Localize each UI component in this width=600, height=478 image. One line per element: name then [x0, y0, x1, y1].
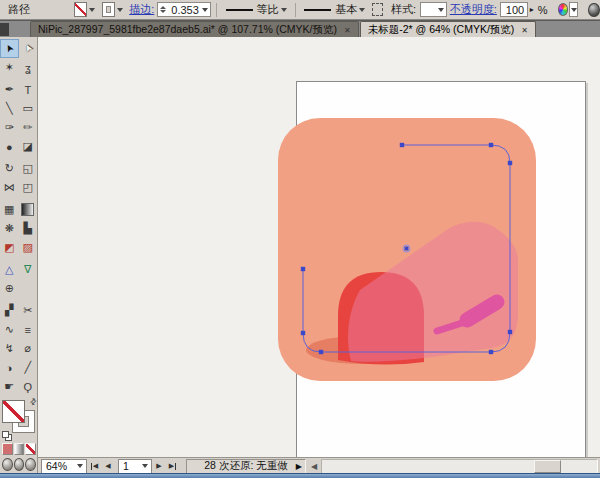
- blend-tool[interactable]: ◑: [0, 358, 19, 377]
- fill-swatch-dropdown-icon[interactable]: [89, 8, 95, 12]
- artboard-tool[interactable]: ⊕: [0, 279, 19, 298]
- next-artboard-button[interactable]: ▶: [152, 460, 166, 473]
- eraser-tool[interactable]: ◪: [19, 137, 38, 156]
- paintbrush-tool[interactable]: ✑: [0, 118, 19, 137]
- pen-tool[interactable]: ✒: [0, 80, 19, 99]
- none-button[interactable]: [25, 443, 36, 455]
- rotate-tool-icon: ↻: [5, 162, 14, 175]
- stroke-swatch-icon[interactable]: [102, 2, 115, 17]
- last-artboard-button[interactable]: ▶: [166, 460, 180, 473]
- scroll-left-icon[interactable]: ◀: [311, 462, 317, 471]
- tab-close-icon[interactable]: ✕: [344, 26, 351, 35]
- live-paint-bucket-tool[interactable]: ◩: [0, 238, 19, 257]
- empty-tool-cell: [19, 279, 38, 298]
- stroke-weight-stepper[interactable]: [160, 6, 166, 13]
- zoom-level-select[interactable]: 64%: [41, 459, 87, 474]
- first-artboard-button[interactable]: ◀: [87, 460, 101, 473]
- opacity-expand-icon[interactable]: ▸: [530, 5, 534, 14]
- measure-tool-icon: ⌀: [24, 342, 31, 355]
- document-tab-1[interactable]: NiPic_287997_5981fbe2e87daeb5.ai* @ 107.…: [30, 21, 359, 38]
- anchor-point[interactable]: [508, 161, 512, 165]
- document-tab-2[interactable]: 未标题-2* @ 64% (CMYK/预览) ✕: [360, 21, 536, 38]
- column-graph-tool-icon: ▙: [24, 222, 32, 235]
- perspective-selection-tool[interactable]: ∇: [19, 260, 38, 279]
- stroke-weight-value: 0.353: [168, 4, 202, 16]
- horizontal-scrollbar-thumb[interactable]: [534, 460, 561, 473]
- hand-tool-icon: ☛: [4, 380, 14, 393]
- direct-selection-tool[interactable]: ➤: [19, 39, 38, 58]
- measure-tool[interactable]: ⌀: [19, 339, 38, 358]
- previous-artboard-button[interactable]: ◀: [101, 460, 115, 473]
- opacity-link[interactable]: 不透明度:: [450, 2, 497, 17]
- eyedropper-tool[interactable]: ↯: [0, 339, 19, 358]
- mesh-tool[interactable]: ▦: [0, 200, 19, 219]
- fill-indicator-none[interactable]: [2, 400, 25, 423]
- free-transform-tool[interactable]: ◰: [19, 178, 38, 197]
- tab-bar-notch: [0, 23, 9, 36]
- slice-tool[interactable]: ▞: [0, 301, 19, 320]
- brush-dropdown-icon[interactable]: [359, 8, 365, 12]
- symbol-sprayer-tool[interactable]: ❋: [0, 219, 19, 238]
- wave-tool[interactable]: ∿: [0, 320, 19, 339]
- lasso-tool[interactable]: ʓ: [19, 58, 38, 77]
- width-tool-icon: ⋈: [4, 181, 15, 194]
- zoom-tool[interactable]: Ϙ: [19, 377, 38, 396]
- anchor-point[interactable]: [489, 350, 493, 354]
- opacity-input[interactable]: 100: [500, 2, 528, 17]
- type-tool[interactable]: T: [19, 80, 38, 99]
- tab-close-icon[interactable]: ✕: [521, 26, 528, 35]
- default-fill-stroke-icon[interactable]: [2, 431, 9, 438]
- zoom-dropdown-icon[interactable]: [77, 464, 83, 468]
- anchor-point[interactable]: [400, 143, 404, 147]
- hand-tool[interactable]: ☛: [0, 377, 19, 396]
- selection-tool[interactable]: ➤: [0, 39, 19, 58]
- anchor-point[interactable]: [301, 331, 305, 335]
- color-button[interactable]: [2, 443, 13, 455]
- scale-tool[interactable]: ◱: [19, 159, 38, 178]
- gradient-button[interactable]: [14, 443, 25, 455]
- anchor-point[interactable]: [301, 267, 305, 271]
- perspective-selection-tool-icon: ∇: [24, 263, 31, 276]
- recolor-artwork-icon[interactable]: [558, 3, 569, 16]
- paintbrush-tool-icon: ✑: [5, 121, 14, 134]
- draw-behind-button[interactable]: [14, 458, 25, 471]
- shear-tool[interactable]: ╱: [19, 358, 38, 377]
- rotate-tool[interactable]: ↻: [0, 159, 19, 178]
- anchor-point[interactable]: [508, 330, 512, 334]
- fill-swatch-none-icon[interactable]: [74, 2, 87, 17]
- pencil-tool[interactable]: ✏: [19, 118, 38, 137]
- knife-tool[interactable]: ✂: [19, 301, 38, 320]
- recolor-dropdown[interactable]: [569, 2, 578, 17]
- stroke-panel-link[interactable]: 描边:: [129, 2, 154, 17]
- line-segment-tool-icon: ╲: [6, 102, 13, 115]
- artboard-dropdown-icon[interactable]: [142, 464, 148, 468]
- style-select[interactable]: [420, 2, 447, 17]
- line-segment-tool[interactable]: ╲: [0, 99, 19, 118]
- status-expand-icon[interactable]: ▶: [296, 462, 302, 471]
- draw-normal-button[interactable]: [2, 458, 13, 471]
- anchor-point[interactable]: [489, 143, 493, 147]
- rectangle-tool[interactable]: ▭: [19, 99, 38, 118]
- stroke-weight-input[interactable]: 0.353: [157, 2, 211, 17]
- width-profile-dropdown-icon[interactable]: [281, 8, 287, 12]
- artboard-number-select[interactable]: 1: [118, 459, 152, 474]
- live-paint-bucket-tool-icon: ◩: [4, 241, 14, 254]
- dashed-box-icon[interactable]: [372, 3, 383, 16]
- object-center-point[interactable]: [405, 247, 409, 251]
- anchor-point[interactable]: [319, 350, 323, 354]
- magic-wand-tool[interactable]: ✶: [0, 58, 19, 77]
- gradient-tool[interactable]: [19, 200, 38, 219]
- live-paint-selection-tool[interactable]: ▨: [19, 238, 38, 257]
- stroke-swatch-dropdown-icon[interactable]: [117, 8, 123, 12]
- horizontal-scrollbar[interactable]: [321, 459, 598, 474]
- column-graph-tool[interactable]: ▙: [19, 219, 38, 238]
- stroke-weight-dropdown-icon[interactable]: [202, 8, 208, 12]
- draw-inside-button[interactable]: [25, 458, 36, 471]
- perspective-grid-tool[interactable]: △: [0, 260, 19, 279]
- window-bottom-edge: [0, 473, 600, 478]
- gradient-swatch-icon: [21, 203, 34, 216]
- style-dropdown-icon[interactable]: [438, 8, 444, 12]
- blob-brush-tool[interactable]: ●: [0, 137, 19, 156]
- menu-lines-tool[interactable]: ≡: [19, 320, 38, 339]
- width-tool[interactable]: ⋈: [0, 178, 19, 197]
